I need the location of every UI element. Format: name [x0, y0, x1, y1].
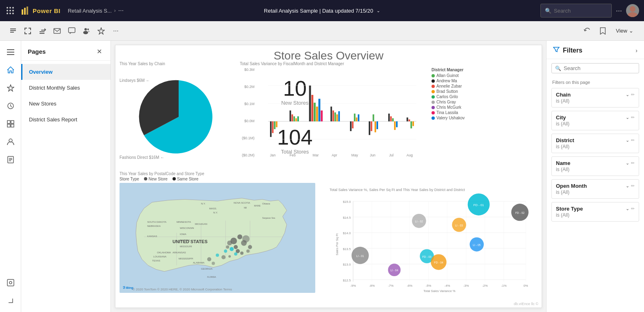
svg-rect-128	[410, 121, 412, 128]
svg-text:MICHIGAN: MICHIGAN	[195, 223, 207, 225]
breadcrumb-chevron: ›	[114, 8, 116, 13]
filter-district-edit[interactable]: ✏	[631, 138, 635, 143]
left-nav-expand[interactable]	[2, 292, 19, 309]
bubble-chart-section[interactable]: Total Sales Variance %, Sales Per Sq Ft …	[330, 188, 538, 306]
favorite-btn[interactable]	[95, 24, 108, 37]
filter-store-type-edit[interactable]: ✏	[631, 206, 635, 211]
breadcrumb-more[interactable]: ···	[118, 7, 124, 14]
filter-chain-chevron[interactable]: ⌄	[626, 92, 629, 97]
undo-btn[interactable]	[581, 24, 594, 37]
left-nav-favorites[interactable]	[2, 80, 19, 96]
filter-item-district[interactable]: District ⌄ ✏ is (All)	[551, 134, 639, 153]
svg-text:-5%: -5%	[426, 284, 432, 288]
filter-store-type-chevron[interactable]: ⌄	[626, 206, 629, 211]
svg-text:ℬ Bing: ℬ Bing	[123, 286, 133, 290]
filters-search-input[interactable]	[564, 65, 635, 71]
filters-search[interactable]: 🔍	[551, 63, 639, 73]
svg-text:0%: 0%	[524, 284, 528, 288]
bubble-chart-svg: $15.0 $14.5 $14.0 $13.5 $13.0 $12.5 Sale…	[330, 193, 538, 297]
svg-rect-100	[309, 86, 311, 121]
svg-point-72	[242, 235, 250, 243]
page-item-overview[interactable]: Overview	[21, 64, 111, 80]
bookmark-btn[interactable]	[596, 24, 609, 37]
filters-expand-icon[interactable]: ›	[635, 47, 637, 54]
search-input[interactable]	[554, 8, 603, 14]
left-nav-home[interactable]	[2, 62, 19, 78]
svg-text:Jul: Jul	[389, 153, 394, 157]
power-bi-logo[interactable]: Power BI	[21, 6, 60, 15]
left-nav-recent[interactable]	[2, 98, 19, 114]
share-btn[interactable]	[36, 24, 49, 37]
left-nav-report[interactable]	[2, 152, 19, 168]
svg-rect-107	[332, 110, 334, 121]
svg-text:SOUTH DAKOTA: SOUTH DAKOTA	[147, 221, 166, 223]
svg-rect-13	[24, 32, 25, 34]
svg-point-21	[87, 29, 89, 30]
filters-search-icon: 🔍	[555, 66, 561, 71]
search-box[interactable]: 🔍	[540, 4, 612, 18]
page-item-new-stores[interactable]: New Stores	[21, 96, 111, 112]
svg-text:-4%: -4%	[445, 284, 450, 288]
filter-item-city[interactable]: City ⌄ ✏ is (All)	[551, 111, 639, 130]
avatar[interactable]	[626, 4, 639, 17]
pie-chart-section[interactable]: This Year Sales by Chain Lindseys $6M ← …	[120, 62, 254, 176]
legend-dot-5	[432, 101, 435, 104]
svg-text:OKLAHOMA: OKLAHOMA	[157, 251, 171, 254]
filter-chain-edit[interactable]: ✏	[631, 92, 635, 97]
left-nav-people[interactable]	[2, 134, 19, 150]
reading-view-btn[interactable]	[7, 24, 20, 37]
filters-header: Filters ›	[547, 41, 644, 59]
svg-text:WISCONSIN: WISCONSIN	[180, 227, 194, 229]
svg-rect-9	[24, 28, 25, 30]
svg-text:FD - 02: FD - 02	[515, 211, 524, 214]
pages-close-btn[interactable]: ✕	[94, 46, 104, 56]
filter-district-chevron[interactable]: ⌄	[626, 138, 629, 143]
fit-page-btn[interactable]	[21, 24, 34, 37]
svg-text:N.Y.: N.Y.	[201, 202, 206, 205]
view-btn[interactable]: View ⌄	[612, 26, 637, 35]
svg-text:$14.5: $14.5	[343, 216, 351, 220]
svg-rect-109	[336, 114, 338, 121]
email-btn[interactable]	[51, 24, 64, 37]
filter-city-chevron[interactable]: ⌄	[626, 115, 629, 120]
comment-btn[interactable]	[65, 24, 78, 37]
more-toolbar-btn[interactable]: ···	[109, 24, 122, 37]
map-container[interactable]: UNITED STATES SOUTH DAKOTA NEBRASKA KANS…	[120, 183, 315, 293]
filter-name-value: is (All)	[556, 167, 635, 172]
filter-name-controls: ⌄ ✏	[626, 160, 635, 166]
left-nav-workspace[interactable]	[2, 275, 19, 291]
view-label: View	[616, 28, 627, 34]
svg-text:ALABAMA: ALABAMA	[193, 261, 204, 264]
legend-dot-6	[432, 106, 435, 109]
filter-item-name[interactable]: Name ⌄ ✏ is (All)	[551, 156, 639, 176]
filter-city-edit[interactable]: ✏	[631, 115, 635, 120]
page-item-district-sales[interactable]: District Sales Report	[21, 112, 111, 127]
app-grid-icon[interactable]	[5, 5, 15, 16]
nav-more-icon[interactable]: ···	[616, 7, 622, 15]
svg-rect-112	[352, 121, 354, 128]
pie-label-fashions: Fashions Direct $16M ←	[120, 155, 164, 160]
svg-rect-116	[369, 121, 370, 135]
page-item-district-monthly[interactable]: District Monthly Sales	[21, 80, 111, 96]
left-nav-hamburger[interactable]	[2, 44, 19, 60]
filter-name-chevron[interactable]: ⌄	[626, 160, 629, 166]
title-dropdown-icon[interactable]: ⌄	[376, 8, 380, 13]
svg-text:$12.5: $12.5	[343, 279, 351, 282]
teams-btn[interactable]	[80, 24, 93, 37]
filter-name-edit[interactable]: ✏	[631, 160, 635, 166]
left-nav-apps[interactable]	[2, 116, 19, 132]
svg-rect-103	[316, 107, 318, 121]
bar-chart-section[interactable]: Total Sales Variance by FiscalMonth and …	[240, 62, 427, 180]
filter-item-chain[interactable]: Chain ⌄ ✏ is (All)	[551, 88, 639, 108]
svg-rect-99	[297, 116, 299, 121]
filter-open-month-chevron[interactable]: ⌄	[626, 183, 629, 189]
filter-item-open-month[interactable]: Open Month ⌄ ✏ is (All)	[551, 179, 639, 199]
svg-point-70	[234, 245, 238, 249]
breadcrumb-text[interactable]: Retail Analysis S...	[68, 8, 112, 14]
svg-rect-11	[30, 28, 31, 30]
legend-dot-4	[432, 95, 435, 99]
filter-item-store-type[interactable]: Store Type ⌄ ✏ is (All)	[551, 202, 639, 222]
svg-rect-117	[371, 121, 372, 131]
filter-open-month-edit[interactable]: ✏	[631, 183, 635, 189]
map-section[interactable]: This Year Sales by PostalCode and Store …	[120, 171, 315, 302]
